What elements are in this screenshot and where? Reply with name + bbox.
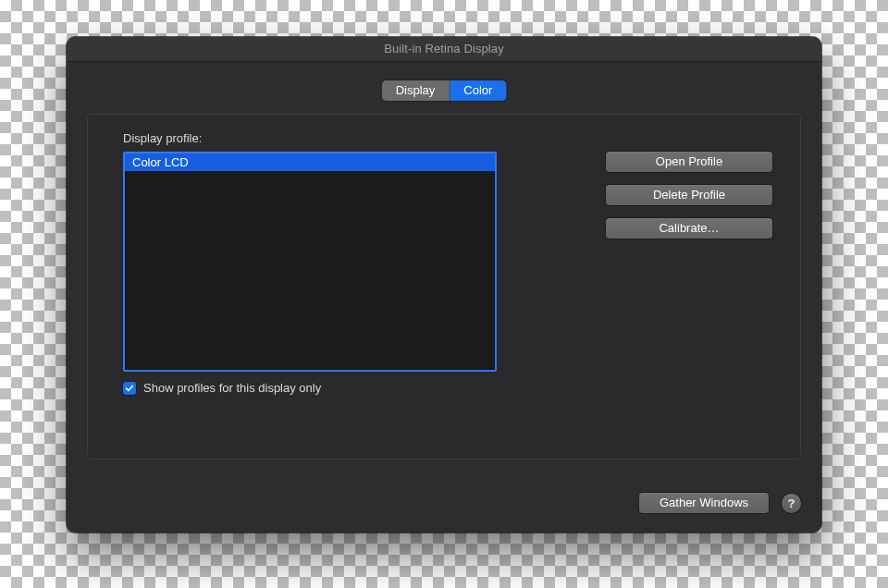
show-profiles-checkbox[interactable]: [123, 382, 136, 395]
delete-profile-button[interactable]: Delete Profile: [606, 185, 772, 205]
preferences-window: Built-in Retina Display Display Color Di…: [67, 37, 821, 533]
display-profile-label: Display profile:: [123, 131, 202, 145]
window-title: Built-in Retina Display: [384, 42, 503, 55]
checkmark-icon: [125, 384, 134, 393]
window-titlebar[interactable]: Built-in Retina Display: [67, 37, 821, 62]
tab-color[interactable]: Color: [450, 80, 506, 101]
open-profile-button[interactable]: Open Profile: [606, 152, 772, 172]
show-profiles-checkbox-label: Show profiles for this display only: [143, 381, 321, 395]
window-content: Display Color Display profile: Color LCD…: [67, 62, 821, 533]
calibrate-button[interactable]: Calibrate…: [606, 218, 772, 239]
display-profile-list[interactable]: Color LCD: [123, 152, 497, 372]
color-group-box: Display profile: Color LCD Open Profile …: [87, 114, 801, 459]
tab-display[interactable]: Display: [382, 80, 450, 101]
profile-action-buttons: Open Profile Delete Profile Calibrate…: [606, 152, 772, 239]
help-button[interactable]: ?: [782, 494, 801, 513]
window-footer: Gather Windows ?: [639, 493, 801, 513]
tab-segmented-control: Display Color: [382, 80, 507, 101]
profile-row-color-lcd[interactable]: Color LCD: [125, 153, 495, 171]
gather-windows-button[interactable]: Gather Windows: [639, 493, 769, 513]
show-profiles-checkbox-row: Show profiles for this display only: [123, 381, 321, 395]
